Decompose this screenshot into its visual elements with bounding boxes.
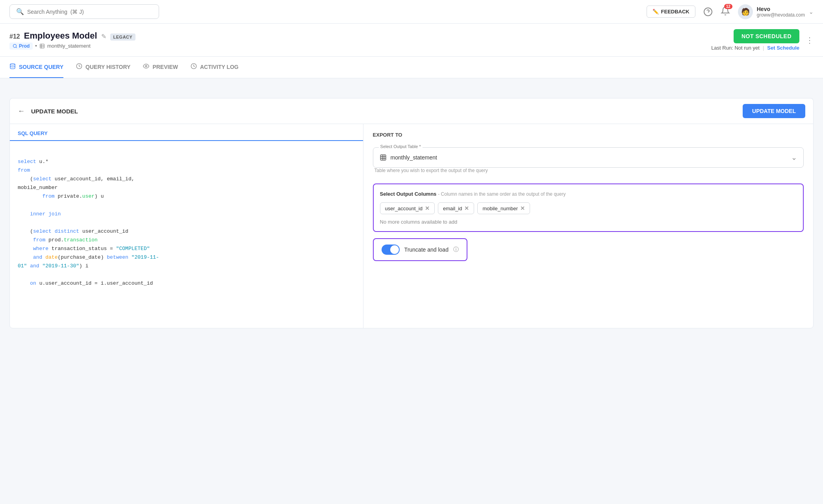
sql-panel: SQL QUERY select u.* from (select user_a… [10, 124, 363, 328]
table-grid-icon [380, 154, 387, 161]
help-icon[interactable] [703, 7, 713, 17]
model-header: #12 Employees Model ✎ LEGACY Prod • mont… [0, 24, 823, 57]
source-query-icon [9, 63, 16, 71]
svg-point-10 [145, 65, 147, 67]
search-icon: 🔍 [16, 8, 24, 15]
svg-rect-4 [40, 44, 44, 48]
col-label-mobile-number: mobile_number [482, 206, 518, 211]
update-model-bar: ← UPDATE MODEL UPDATE MODEL [9, 98, 814, 124]
truncate-row: Truncate and load ⓘ [373, 238, 467, 261]
truncate-toggle[interactable] [382, 245, 400, 255]
svg-rect-12 [380, 155, 386, 160]
sql-code-editor[interactable]: select u.* from (select user_account_id,… [10, 141, 363, 328]
table-name: monthly_statement [47, 43, 91, 49]
query-history-icon [76, 63, 82, 71]
table-icon [39, 43, 45, 49]
col-label-user-account-id: user_account_id [385, 206, 423, 211]
col-tag-user-account-id: user_account_id ✕ [380, 202, 435, 214]
last-run-text: Last Run: Not run yet [711, 45, 760, 51]
output-columns-hint: - Column names in the same order as the … [438, 191, 565, 197]
model-title: Employees Model [24, 31, 97, 41]
content-area: ← UPDATE MODEL UPDATE MODEL SQL QUERY se… [0, 90, 823, 336]
nav-right: ✏️ FEEDBACK 12 🧑 Hevo groww@hevodata.com… [647, 4, 814, 19]
tab-preview[interactable]: PREVIEW [143, 57, 178, 78]
back-button[interactable]: ← [18, 107, 25, 115]
activity-log-icon [191, 63, 197, 71]
prod-badge: Prod [9, 43, 33, 50]
output-columns-box: Select Output Columns - Column names in … [373, 183, 804, 232]
output-table-wrapper: Select Output Table * monthly_statement … [373, 147, 804, 168]
tab-activity-log[interactable]: ACTIVITY LOG [191, 57, 239, 78]
toggle-knob [390, 245, 399, 254]
user-details: Hevo groww@hevodata.com [757, 6, 805, 18]
notification-bell[interactable]: 12 [721, 6, 730, 17]
tabs-bar: SOURCE QUERY QUERY HISTORY PREVIEW ACTIV… [0, 57, 823, 78]
output-table-label: Select Output Table * [379, 144, 423, 149]
columns-tags: user_account_id ✕ email_id ✕ mobile_numb… [380, 202, 797, 214]
model-header-left: #12 Employees Model ✎ LEGACY Prod • mont… [9, 31, 135, 50]
set-schedule-link[interactable]: Set Schedule [767, 45, 799, 51]
model-id: #12 [9, 33, 20, 40]
svg-line-3 [16, 47, 17, 48]
remove-col-email-id[interactable]: ✕ [464, 205, 469, 211]
user-info[interactable]: 🧑 Hevo groww@hevodata.com ⌄ [738, 4, 814, 19]
tab-activity-log-label: ACTIVITY LOG [200, 64, 239, 70]
output-table-left: monthly_statement [380, 154, 437, 161]
dropdown-chevron-icon: ⌄ [791, 153, 797, 162]
chevron-down-icon: ⌄ [809, 9, 814, 15]
info-icon[interactable]: ⓘ [453, 246, 459, 253]
top-nav: 🔍 ✏️ FEEDBACK 12 🧑 Hevo groww@hevodata.c… [0, 0, 823, 24]
col-tag-mobile-number: mobile_number ✕ [477, 202, 530, 214]
model-meta: Prod • monthly_statement [9, 43, 135, 50]
more-options-icon[interactable]: ⋮ [806, 35, 814, 45]
tab-query-history-label: QUERY HISTORY [85, 64, 130, 70]
export-label: EXPORT TO [373, 132, 804, 138]
col-tag-email-id: email_id ✕ [438, 202, 474, 214]
edit-icon[interactable]: ✎ [101, 33, 106, 40]
notification-badge: 12 [724, 4, 732, 9]
output-table-value: monthly_statement [391, 154, 437, 161]
table-hint: Table where you wish to export the outpu… [373, 168, 804, 177]
last-run-info: Last Run: Not run yet | Set Schedule [711, 45, 799, 51]
remove-col-mobile-number[interactable]: ✕ [520, 205, 525, 211]
svg-point-8 [10, 63, 15, 65]
no-columns-message: No more columns available to add [380, 219, 797, 225]
remove-col-user-account-id[interactable]: ✕ [425, 205, 430, 211]
update-model-button[interactable]: UPDATE MODEL [743, 104, 805, 118]
search-input[interactable] [27, 9, 152, 15]
output-columns-header: Select Output Columns - Column names in … [380, 191, 797, 197]
output-table-select[interactable]: monthly_statement ⌄ [373, 148, 803, 167]
tab-source-query[interactable]: SOURCE QUERY [9, 57, 63, 78]
truncate-label: Truncate and load [404, 246, 449, 253]
model-header-right: NOT SCHEDULED Last Run: Not run yet | Se… [711, 29, 814, 51]
avatar: 🧑 [738, 4, 753, 19]
tab-preview-label: PREVIEW [152, 64, 178, 70]
feedback-icon: ✏️ [652, 9, 659, 15]
col-label-email-id: email_id [443, 206, 462, 211]
user-name: Hevo [757, 6, 805, 12]
legacy-badge: LEGACY [110, 33, 136, 41]
panels: SQL QUERY select u.* from (select user_a… [9, 124, 814, 328]
preview-icon [143, 63, 149, 71]
export-panel: EXPORT TO Select Output Table * monthly_… [363, 124, 813, 328]
output-columns-title: Select Output Columns [380, 191, 437, 197]
update-model-title: UPDATE MODEL [31, 108, 78, 115]
tab-source-query-label: SOURCE QUERY [19, 64, 63, 70]
not-scheduled-button[interactable]: NOT SCHEDULED [734, 29, 799, 43]
tab-query-history[interactable]: QUERY HISTORY [76, 57, 130, 78]
svg-point-2 [13, 44, 17, 47]
feedback-button[interactable]: ✏️ FEEDBACK [647, 6, 695, 18]
feedback-label: FEEDBACK [661, 9, 690, 15]
user-email: groww@hevodata.com [757, 12, 805, 18]
sql-query-label: SQL QUERY [10, 124, 363, 141]
search-bar[interactable]: 🔍 [9, 4, 159, 19]
